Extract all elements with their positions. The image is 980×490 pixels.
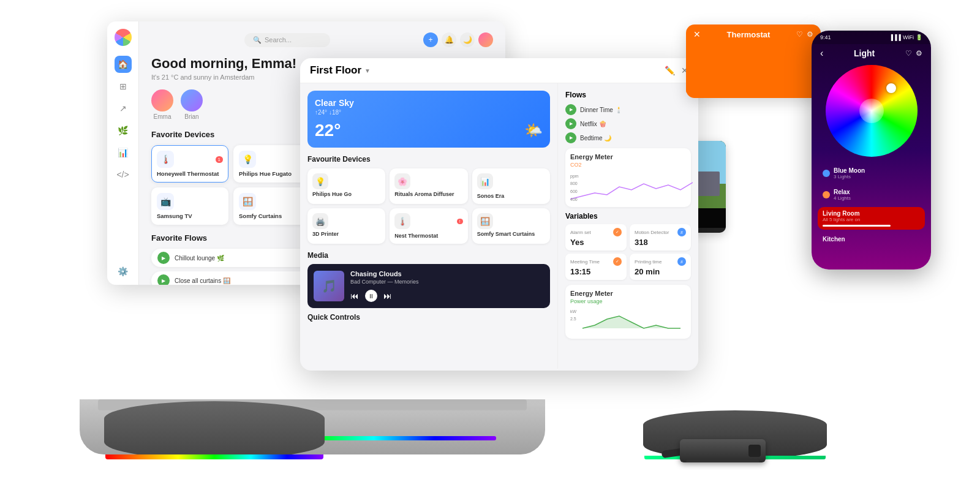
var-meeting-value: 13:15: [570, 267, 622, 276]
mood-dot-2: [823, 191, 830, 198]
td-name-4: 3D Printer: [312, 231, 380, 237]
td-name-6: Somfy Smart Curtains: [477, 231, 545, 237]
philips-icon: 💡: [239, 151, 256, 168]
mood-relax[interactable]: Relax 4 Lights: [818, 186, 925, 204]
td-name-2: Rituals Aroma Diffuser: [394, 191, 462, 197]
svg-text:400: 400: [570, 197, 578, 202]
tf-play-1[interactable]: ▶: [565, 104, 576, 115]
tf-play-3[interactable]: ▶: [565, 132, 576, 143]
td-badge-5: !: [457, 219, 463, 224]
device-thermostat[interactable]: 🌡️ 1 Honeywell Thermostat: [151, 145, 228, 183]
thermostat-badge: 1: [216, 156, 223, 163]
color-wheel-container[interactable]: [812, 65, 931, 162]
tablet-device-2[interactable]: 🌸 Rituals Aroma Diffuser: [390, 168, 467, 204]
var-printing-value: 20 min: [635, 267, 686, 276]
tablet-device-4[interactable]: 🖨️ 3D Printer: [307, 208, 385, 244]
mood-lights-1: 3 Lights: [834, 174, 920, 179]
flow-play-1[interactable]: ▶: [157, 252, 170, 264]
mood-info-1: Blue Moon 3 Lights: [834, 167, 920, 179]
td-name-5: Nest Thermostat: [394, 233, 462, 239]
td-icon-5: 🌡️: [394, 213, 410, 229]
weather-condition: Clear Sky: [315, 98, 543, 108]
prev-button[interactable]: ⏮: [350, 291, 359, 301]
thermostat-close[interactable]: ✕: [693, 29, 701, 39]
tf-play-2[interactable]: ▶: [565, 118, 576, 129]
phone-favorite-icon[interactable]: ♡: [905, 49, 912, 58]
tablet-device-5[interactable]: 🌡️ ! Nest Thermostat: [390, 208, 467, 244]
phone-screen: 9:41 ▐▐▐ WiFi 🔋 ‹ Light ♡ ⚙: [812, 31, 931, 270]
device-samsung-tv[interactable]: 📺 Samsung TV: [151, 187, 228, 225]
brian-avatar: [181, 89, 203, 111]
brightness-slider[interactable]: [823, 225, 891, 227]
weather-icon: 🌤️: [524, 122, 543, 139]
user-brian[interactable]: Brian: [181, 89, 203, 120]
thermostat-settings[interactable]: ⚙: [807, 30, 813, 39]
tablet-flow-1[interactable]: ▶ Dinner Time 🕯️: [565, 104, 691, 115]
media-info: Chasing Clouds Bad Computer — Memories ⏮…: [350, 270, 544, 302]
tablet-flow-3[interactable]: ▶ Bedtime 🌙: [565, 132, 691, 143]
tablet-device-6[interactable]: 🪟 Somfy Smart Curtains: [472, 208, 550, 244]
energy-co2-title: Energy Meter: [570, 153, 686, 160]
philips-name: Philips Hue Fugato: [239, 170, 305, 177]
td-icon-4: 🖨️: [312, 213, 328, 229]
emma-avatar: [151, 89, 173, 111]
next-button[interactable]: ⏭: [383, 291, 392, 301]
color-picker-dot[interactable]: [886, 83, 896, 93]
tablet-header-actions: ✏️ ✕: [665, 66, 688, 75]
tf-name-3: Bedtime 🌙: [580, 135, 611, 141]
mood-dot-1: [823, 170, 830, 177]
user-avatar[interactable]: [478, 32, 493, 47]
track-artist: Bad Computer — Memories: [350, 279, 544, 285]
var-motion-badge: #: [677, 228, 686, 236]
sidebar-chart-icon[interactable]: 📊: [115, 144, 132, 161]
night-mode-button[interactable]: 🌙: [460, 32, 475, 47]
app-logo[interactable]: [115, 29, 132, 46]
flow-play-2[interactable]: ▶: [157, 274, 170, 285]
sidebar-code-icon[interactable]: </>: [115, 166, 132, 183]
pause-button[interactable]: ⏸: [365, 290, 377, 302]
mood-name-2: Relax: [834, 189, 920, 195]
sidebar-settings-icon[interactable]: ⚙️: [115, 263, 132, 280]
connector-port: [748, 445, 761, 457]
tv-name: Samsung TV: [157, 213, 223, 219]
connector-box: [680, 439, 766, 462]
color-wheel[interactable]: [826, 65, 918, 157]
energy-chart: ppm 800 600 400: [570, 172, 686, 202]
phone-settings-icon[interactable]: ⚙: [916, 49, 922, 58]
user-emma[interactable]: Emma: [151, 89, 173, 120]
sidebar-share-icon[interactable]: ↗: [115, 100, 132, 117]
tablet-flow-2[interactable]: ▶ Netflix 🍿: [565, 118, 691, 129]
media-thumbnail: 🎵: [314, 271, 344, 301]
sidebar-home-icon[interactable]: 🏠: [115, 56, 132, 73]
track-title: Chasing Clouds: [350, 270, 544, 277]
temp-value: 22°: [315, 121, 341, 140]
sidebar-grid-icon[interactable]: ⊞: [115, 78, 132, 95]
tablet-device-3[interactable]: 📊 Sonos Era: [472, 168, 550, 204]
mood-kitchen[interactable]: Kitchen: [818, 233, 925, 246]
mood-info-2: Relax 4 Lights: [834, 189, 920, 201]
energy-co2-sub: CO2: [570, 162, 686, 168]
tablet-right-col: Flows ▶ Dinner Time 🕯️ ▶ Netflix 🍿 ▶ Bed…: [557, 83, 698, 369]
variables-title: Variables: [565, 212, 691, 221]
thermostat-favorite[interactable]: ♡: [796, 30, 803, 39]
phone-header-actions: ♡ ⚙: [905, 49, 922, 58]
edit-icon[interactable]: ✏️: [665, 66, 675, 75]
td-icon-1: 💡: [312, 173, 328, 189]
mood-living-room[interactable]: Living Room All 5 lights are on: [818, 207, 925, 230]
dropdown-chevron[interactable]: ▼: [364, 67, 371, 74]
wifi-icon: WiFi: [903, 34, 914, 40]
sidebar-leaf-icon[interactable]: 🌿: [115, 122, 132, 139]
add-button[interactable]: +: [423, 32, 438, 47]
device-somfy[interactable]: 🪟 Somfy Curtains: [233, 187, 311, 225]
laptop-header: 🔍 Search... + 🔔 🌙: [151, 32, 493, 47]
power-chart-svg: kW 2.5: [570, 307, 690, 331]
notifications-button[interactable]: 🔔: [442, 32, 456, 47]
tablet-device-1[interactable]: 💡 Philips Hue Go: [307, 168, 385, 204]
var-meeting: Meeting Time ✓ 13:15: [565, 254, 627, 280]
search-bar[interactable]: 🔍 Search...: [244, 33, 330, 47]
energy-power-sub: Power usage: [570, 298, 686, 304]
mood-blue-moon[interactable]: Blue Moon 3 Lights: [818, 164, 925, 183]
device-philips-hue[interactable]: 💡 Philips Hue Fugato: [233, 145, 311, 183]
phone-back-icon[interactable]: ‹: [820, 48, 823, 59]
thermostat-title: Thermostat: [701, 30, 796, 39]
